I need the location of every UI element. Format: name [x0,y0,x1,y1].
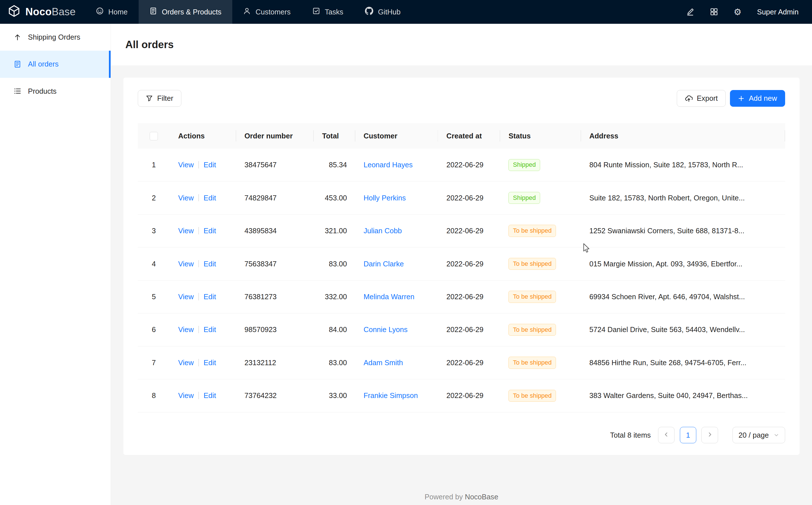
action-divider [198,161,199,168]
sidebar-item-shipping-orders[interactable]: Shipping Orders [0,24,110,51]
add-new-button[interactable]: Add new [730,90,785,107]
view-link[interactable]: View [178,391,194,399]
customer-link[interactable]: Holly Perkins [363,194,406,202]
tab-customers[interactable]: Customers [232,0,302,24]
address-cell: 015 Margie Mission, Apt. 093, 34936, Ebe… [581,247,785,280]
column-header-status: Status [500,123,581,148]
edit-link[interactable]: Edit [204,359,216,367]
tab-github[interactable]: GitHub [354,0,412,24]
page-size-select[interactable]: 20 / page [733,427,785,444]
chevron-down-icon [774,432,779,438]
table-header-row: Actions Order number Total Customer Crea… [138,123,785,148]
row-actions: ViewEdit [170,247,236,280]
created-at-cell: 2022-06-29 [438,149,500,181]
column-header-actions: Actions [170,123,236,148]
main-content: All orders Filter Export [111,24,812,505]
top-nav-menu: Home Orders & Products Customers Tasks [85,0,412,24]
customer-link[interactable]: Frankie Simpson [363,391,418,399]
view-link[interactable]: View [178,194,194,202]
highlighter-icon[interactable] [686,8,694,16]
tasks-icon [312,7,320,16]
table-row: 7 ViewEdit 23132112 83.00 Adam Smith 202… [138,346,785,379]
brand[interactable]: NocoBase [0,0,85,24]
sidebar: Shipping Orders All orders Products [0,24,111,505]
table-row: 2 ViewEdit 74829847 453.00 Holly Perkins… [138,181,785,214]
github-icon [365,7,373,17]
customer-link[interactable]: Leonard Hayes [363,161,413,169]
brand-name: NocoBase [25,6,76,18]
view-link[interactable]: View [178,359,194,367]
tab-home[interactable]: Home [85,0,139,24]
orders-table: Actions Order number Total Customer Crea… [138,123,785,412]
view-link[interactable]: View [178,293,194,301]
top-navigation-bar: NocoBase Home Orders & Products Customer… [0,0,812,24]
status-badge: Shipped [508,159,540,171]
customer-link[interactable]: Adam Smith [363,359,403,367]
row-actions: ViewEdit [170,280,236,313]
tab-label: Customers [256,8,291,16]
sidebar-item-label: Products [28,87,57,96]
order-number-cell: 76381273 [236,280,314,313]
column-header-created-at: Created at [438,123,500,148]
chevron-right-icon [707,431,713,439]
edit-link[interactable]: Edit [204,260,216,268]
view-link[interactable]: View [178,326,194,333]
customer-link[interactable]: Darin Clarke [363,260,404,268]
total-cell: 83.00 [314,346,355,379]
row-index: 2 [138,181,170,214]
tab-tasks[interactable]: Tasks [302,0,354,24]
gear-icon[interactable]: ⚙︎ [734,8,742,16]
previous-page-button[interactable] [658,427,675,444]
total-cell: 33.00 [314,379,355,412]
edit-link[interactable]: Edit [204,293,216,301]
edit-link[interactable]: Edit [204,391,216,399]
user-menu[interactable]: Super Admin [757,8,799,16]
sidebar-item-products[interactable]: Products [0,78,110,105]
customer-link[interactable]: Melinda Warren [363,293,415,301]
page-number-button[interactable]: 1 [680,427,697,444]
status-cell: To be shipped [500,346,581,379]
customer-link[interactable]: Julian Cobb [363,227,402,235]
row-actions: ViewEdit [170,313,236,346]
next-page-button[interactable] [702,427,718,444]
status-badge: Shipped [508,192,540,204]
status-badge: To be shipped [508,357,556,368]
row-index: 1 [138,149,170,181]
row-actions: ViewEdit [170,379,236,412]
address-cell: 69934 Schoen River, Apt. 646, 49704, Wal… [581,280,785,313]
edit-link[interactable]: Edit [204,161,216,169]
edit-link[interactable]: Edit [204,194,216,202]
tab-label: Home [108,8,127,16]
status-badge: To be shipped [508,258,556,270]
edit-link[interactable]: Edit [204,227,216,235]
total-cell: 321.00 [314,214,355,247]
view-link[interactable]: View [178,260,194,268]
blocks-icon[interactable] [710,8,718,16]
pagination-total: Total 8 items [610,431,651,439]
action-divider [198,326,199,333]
filter-icon [146,95,153,102]
customer-cell: Frankie Simpson [355,379,438,412]
sidebar-item-label: All orders [28,60,58,68]
row-index: 7 [138,346,170,379]
sidebar-item-all-orders[interactable]: All orders [0,51,110,77]
view-link[interactable]: View [178,161,194,169]
arrow-up-icon [14,33,21,41]
select-all-checkbox[interactable] [150,132,158,140]
row-index: 5 [138,280,170,313]
tab-orders-products[interactable]: Orders & Products [139,0,232,24]
customer-link[interactable]: Connie Lyons [363,326,408,333]
smile-icon [96,7,103,16]
tab-label: Tasks [325,8,343,16]
edit-link[interactable]: Edit [204,326,216,333]
row-actions: ViewEdit [170,181,236,214]
export-button[interactable]: Export [677,90,726,107]
table-row: 1 ViewEdit 38475647 85.34 Leonard Hayes … [138,149,785,181]
address-cell: 1252 Swaniawski Corners, Suite 688, 8137… [581,214,785,247]
address-cell: Suite 182, 15783, North Robert, Oregon, … [581,181,785,214]
filter-button[interactable]: Filter [138,90,181,107]
view-link[interactable]: View [178,227,194,235]
topbar-actions: ⚙︎ Super Admin [686,0,812,24]
footer-brand: NocoBase [465,493,498,501]
column-header-customer: Customer [355,123,438,148]
